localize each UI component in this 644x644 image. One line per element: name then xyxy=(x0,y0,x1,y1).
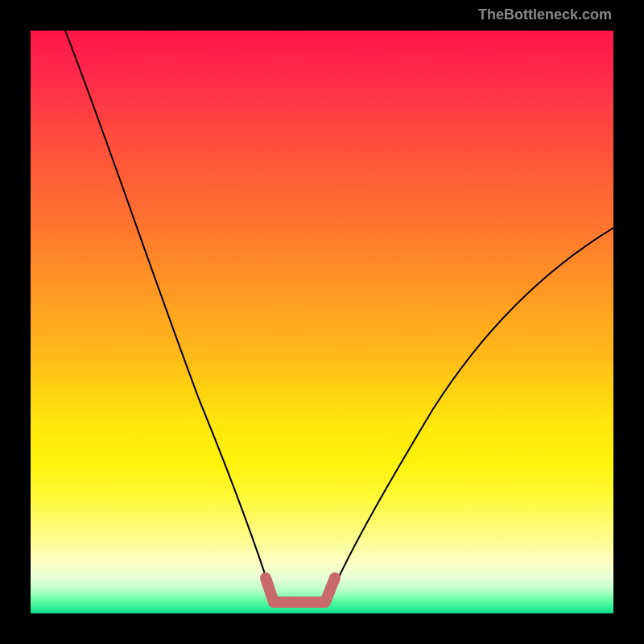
chart-svg xyxy=(31,31,613,613)
watermark-text: TheBottleneck.com xyxy=(478,6,612,23)
left-curve-path xyxy=(65,31,272,596)
chart-container: TheBottleneck.com xyxy=(0,0,644,644)
right-curve-path xyxy=(330,228,613,596)
plot-area xyxy=(31,31,613,613)
valley-highlight-path xyxy=(266,578,335,602)
